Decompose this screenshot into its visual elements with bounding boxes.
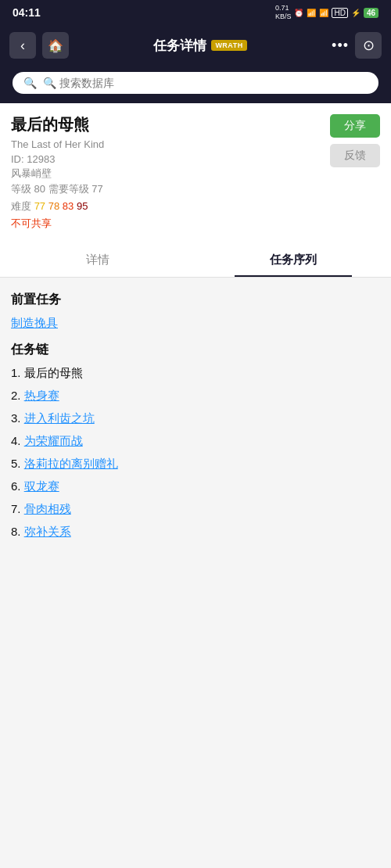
chain-index-2: 2. [11, 389, 21, 402]
tab-sequence[interactable]: 任务序列 [196, 243, 391, 277]
quest-location: 风暴峭壁 [11, 167, 380, 181]
chain-link-6[interactable]: 驭龙赛 [24, 479, 59, 493]
chain-item-5: 5. 洛莉拉的离别赠礼 [11, 457, 380, 472]
difficulty-4: 95 [77, 200, 88, 212]
quest-share-status: 不可共享 [11, 217, 380, 231]
more-button[interactable]: ••• [332, 38, 349, 54]
chain-index-4: 4. [11, 434, 21, 447]
quest-info-panel: 分享 反馈 最后的母熊 The Last of Her Kind ID: 129… [0, 103, 391, 243]
chain-index-6: 6. [11, 479, 21, 493]
search-icon: 🔍 [23, 77, 37, 89]
chain-index-5: 5. [11, 457, 21, 470]
hd-label: HD [332, 8, 347, 18]
tab-detail[interactable]: 详情 [0, 243, 196, 277]
prerequisite-link[interactable]: 制造挽具 [11, 316, 380, 331]
chain-index-8: 8. [11, 525, 21, 538]
nav-title: 任务详情 WRATH [75, 37, 325, 55]
status-icons: 0.71KB/S ⏰ 📶 📶 HD ⚡ 46 [275, 4, 378, 21]
quest-level: 等级 80 需要等级 77 [11, 182, 380, 196]
quest-id: ID: 12983 [11, 153, 380, 165]
chain-title: 任务链 [11, 342, 380, 358]
chain-item-1: 1. 最后的母熊 [11, 366, 380, 381]
wifi-icon: 📶 [307, 9, 316, 17]
search-input-wrap[interactable]: 🔍 [13, 72, 378, 94]
chain-index-7: 7. [11, 502, 21, 515]
clock-icon: ⏰ [294, 9, 303, 17]
chain-link-4[interactable]: 为荣耀而战 [24, 434, 83, 447]
chain-link-8[interactable]: 弥补关系 [24, 525, 71, 538]
chain-item-4: 4. 为荣耀而战 [11, 434, 380, 449]
quest-title-zh: 最后的母熊 [11, 114, 380, 135]
quest-difficulty: 难度 77 78 83 95 [11, 199, 380, 213]
search-bar: 🔍 [0, 66, 391, 103]
quest-sequence-content: 前置任务 制造挽具 任务链 1. 最后的母熊 2. 热身赛 3. 进入利齿之坑 … [0, 278, 391, 825]
chain-item-6: 6. 驭龙赛 [11, 479, 380, 494]
chain-item-3: 3. 进入利齿之坑 [11, 411, 380, 426]
quest-title-en: The Last of Her Kind [11, 138, 380, 150]
network-speed: 0.71KB/S [275, 4, 292, 21]
chain-index-1: 1. [11, 366, 21, 379]
home-button[interactable]: 🏠 [42, 32, 69, 59]
tabs: 详情 任务序列 [0, 243, 391, 278]
difficulty-1: 77 [34, 200, 45, 212]
chain-link-2[interactable]: 热身赛 [24, 389, 59, 402]
action-buttons: 分享 反馈 [330, 114, 380, 167]
search-input[interactable] [43, 77, 368, 89]
target-button[interactable]: ⊙ [355, 32, 382, 59]
chain-link-5[interactable]: 洛莉拉的离别赠礼 [24, 457, 118, 470]
chain-link-7[interactable]: 骨肉相残 [24, 502, 71, 515]
difficulty-3: 83 [63, 200, 74, 212]
prerequisite-title: 前置任务 [11, 292, 380, 308]
chain-text-1: 最后的母熊 [24, 366, 83, 379]
charging-icon: ⚡ [351, 9, 361, 17]
difficulty-2: 78 [48, 200, 59, 212]
nav-bar: ‹ 🏠 任务详情 WRATH ••• ⊙ [0, 25, 391, 66]
feedback-button[interactable]: 反馈 [330, 144, 380, 167]
battery-indicator: 46 [364, 8, 378, 18]
chain-list: 1. 最后的母熊 2. 热身赛 3. 进入利齿之坑 4. 为荣耀而战 5. 洛莉… [11, 366, 380, 540]
signal-icon: 📶 [319, 9, 328, 17]
chain-item-8: 8. 弥补关系 [11, 525, 380, 540]
share-button[interactable]: 分享 [330, 114, 380, 138]
difficulty-label: 难度 [11, 200, 34, 212]
back-button[interactable]: ‹ [9, 32, 36, 59]
status-time: 04:11 [13, 6, 41, 19]
chain-item-2: 2. 热身赛 [11, 389, 380, 404]
status-bar: 04:11 0.71KB/S ⏰ 📶 📶 HD ⚡ 46 [0, 0, 391, 25]
nav-title-text: 任务详情 [153, 37, 206, 55]
nav-logo: WRATH [211, 40, 246, 51]
chain-link-3[interactable]: 进入利齿之坑 [24, 411, 95, 425]
chain-item-7: 7. 骨肉相残 [11, 502, 380, 517]
chain-index-3: 3. [11, 411, 21, 425]
